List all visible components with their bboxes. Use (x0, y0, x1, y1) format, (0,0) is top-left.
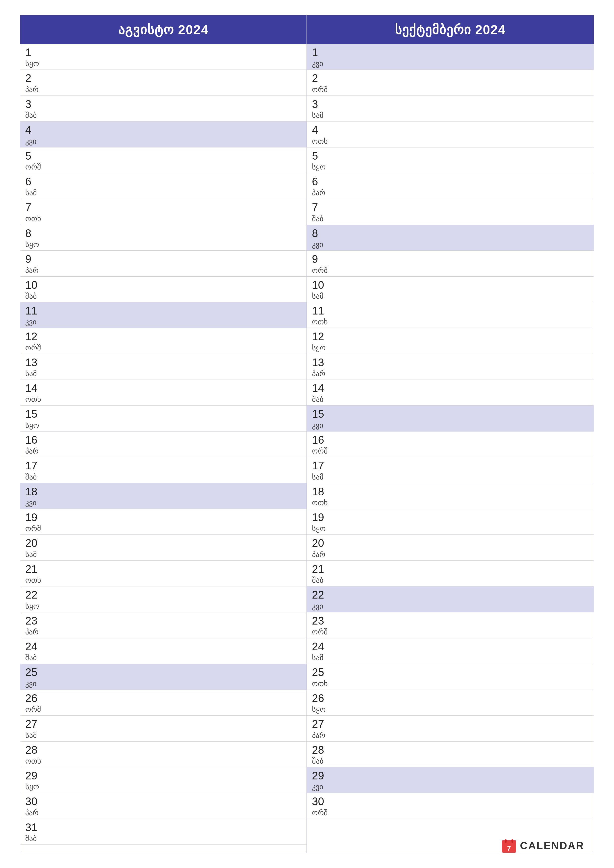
page: აგვისტო 2024 1 სყო 2 პარ 3 შაბ 4 კვი 5 (0, 0, 614, 868)
day-name: პარ (312, 369, 329, 378)
day-content: 2 პარ (25, 72, 43, 93)
svg-rect-2 (502, 843, 516, 844)
august-day-row: 3 შაბ (20, 96, 306, 121)
day-number: 3 (312, 98, 329, 110)
day-name: სყო (25, 421, 43, 429)
day-content: 6 პარ (312, 176, 329, 197)
day-content: 27 სამ (25, 718, 43, 739)
day-number: 1 (25, 46, 43, 58)
day-number: 8 (312, 227, 329, 239)
day-number: 11 (25, 305, 43, 317)
day-number: 27 (25, 718, 43, 730)
august-day-row: 8 სყო (20, 225, 306, 251)
day-number: 23 (312, 615, 329, 627)
day-content: 28 ოთხ (25, 744, 43, 765)
august-day-row: 1 სყო (20, 44, 306, 70)
day-content: 10 შაბ (25, 279, 43, 300)
day-content: 16 ორშ (312, 434, 329, 455)
day-name: პარ (25, 809, 43, 817)
day-content: 4 კვი (25, 124, 43, 145)
day-content: 2 ორშ (312, 72, 329, 93)
day-content: 26 სყო (312, 692, 329, 713)
day-content: 24 სამ (312, 641, 329, 662)
day-content: 30 ორშ (312, 795, 329, 817)
day-name: სამ (312, 473, 329, 481)
september-day-row: 9 ორშ (307, 251, 594, 276)
day-name: ორშ (312, 447, 329, 455)
day-content: 9 ორშ (312, 253, 329, 274)
september-day-row: 24 სამ (307, 638, 594, 664)
day-content: 22 კვი (312, 589, 329, 610)
august-day-row: 7 ოთხ (20, 199, 306, 225)
september-column: სექტემბერი 2024 1 კვი 2 ორშ 3 სამ 4 ოთხ (307, 16, 594, 852)
day-number: 7 (25, 202, 43, 213)
day-name: სამ (25, 550, 43, 558)
day-number: 31 (25, 822, 43, 833)
september-day-row: 17 სამ (307, 457, 594, 483)
day-number: 29 (312, 770, 329, 782)
september-day-row: 25 ოთხ (307, 664, 594, 690)
day-number: 29 (25, 770, 43, 782)
september-day-row: 8 კვი (307, 225, 594, 251)
august-day-row: 17 შაბ (20, 457, 306, 483)
day-number: 5 (312, 150, 329, 162)
day-name: ორშ (312, 85, 329, 93)
day-number: 16 (312, 434, 329, 446)
day-content: 30 პარ (25, 795, 43, 817)
day-content: 12 ორშ (25, 330, 43, 352)
day-number: 24 (25, 641, 43, 653)
august-day-row: 11 კვი (20, 302, 306, 328)
day-name: პარ (312, 550, 329, 558)
august-day-row: 10 შაბ (20, 277, 306, 302)
day-content: 6 სამ (25, 176, 43, 197)
day-name: პარ (312, 731, 329, 739)
september-day-row: 14 შაბ (307, 380, 594, 406)
day-content: 10 სამ (312, 279, 329, 300)
day-content: 23 ორშ (312, 615, 329, 636)
day-number: 9 (312, 253, 329, 265)
day-content: 24 შაბ (25, 641, 43, 662)
day-content: 9 პარ (25, 253, 43, 274)
day-content: 15 სყო (25, 408, 43, 429)
day-content: 18 კვი (25, 486, 43, 507)
day-content: 19 ორშ (25, 512, 43, 532)
day-number: 20 (312, 537, 329, 549)
day-name: ორშ (312, 266, 329, 274)
august-day-row: 19 ორშ (20, 509, 306, 535)
day-number: 24 (312, 641, 329, 653)
september-day-row: 19 სყო (307, 509, 594, 535)
day-number: 2 (25, 72, 43, 84)
day-content: 20 პარ (312, 537, 329, 558)
september-header: სექტემბერი 2024 (307, 16, 594, 44)
day-name: შაბ (312, 395, 329, 403)
day-content: 8 სყო (25, 227, 43, 248)
september-day-row: 20 პარ (307, 535, 594, 560)
day-number: 13 (312, 356, 329, 369)
svg-rect-4 (505, 839, 507, 843)
day-name: სყო (25, 602, 43, 610)
day-name: კვი (312, 421, 329, 429)
day-content: 11 ოთხ (312, 305, 329, 326)
day-name: ორშ (312, 628, 329, 636)
day-number: 21 (312, 563, 329, 575)
day-number: 26 (312, 692, 329, 704)
day-content: 26 ორშ (25, 692, 43, 713)
day-content: 17 შაბ (25, 460, 43, 481)
august-day-row: 13 სამ (20, 354, 306, 380)
day-content: 3 შაბ (25, 98, 43, 119)
day-content: 28 შაბ (312, 744, 329, 765)
day-name: ოთხ (25, 757, 43, 765)
day-content: 21 ოთხ (25, 563, 43, 584)
day-content: 1 სყო (25, 46, 43, 68)
august-day-row: 26 ორშ (20, 690, 306, 716)
day-number: 4 (25, 124, 43, 136)
august-day-row: 15 სყო (20, 406, 306, 431)
day-number: 20 (25, 537, 43, 549)
august-day-row: 30 პარ (20, 793, 306, 819)
day-number: 6 (25, 176, 43, 188)
day-name: სყო (312, 344, 329, 352)
day-name: შაბ (25, 834, 43, 843)
day-content: 12 სყო (312, 330, 329, 352)
day-number: 28 (25, 744, 43, 756)
day-number: 30 (25, 795, 43, 808)
